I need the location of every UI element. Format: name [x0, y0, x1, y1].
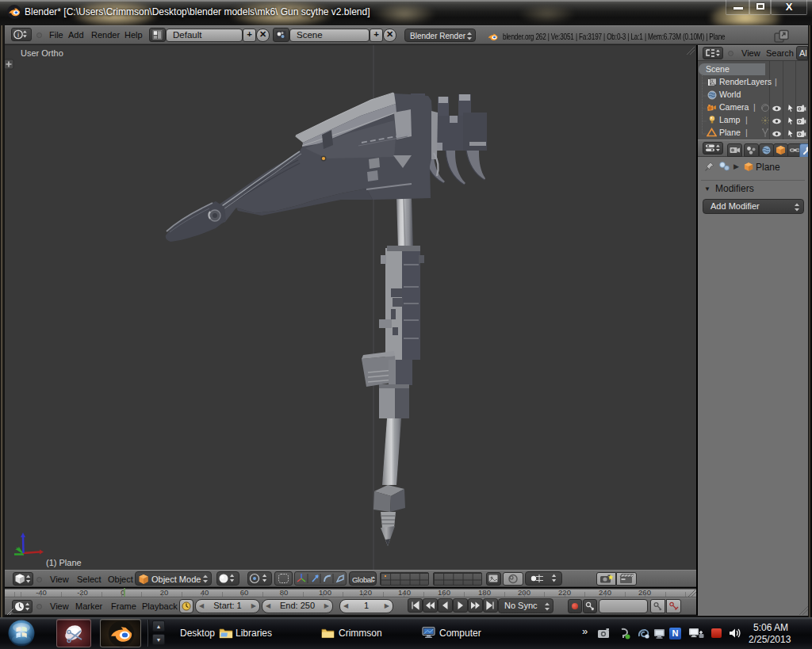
svg-text:i: i: [17, 31, 19, 39]
